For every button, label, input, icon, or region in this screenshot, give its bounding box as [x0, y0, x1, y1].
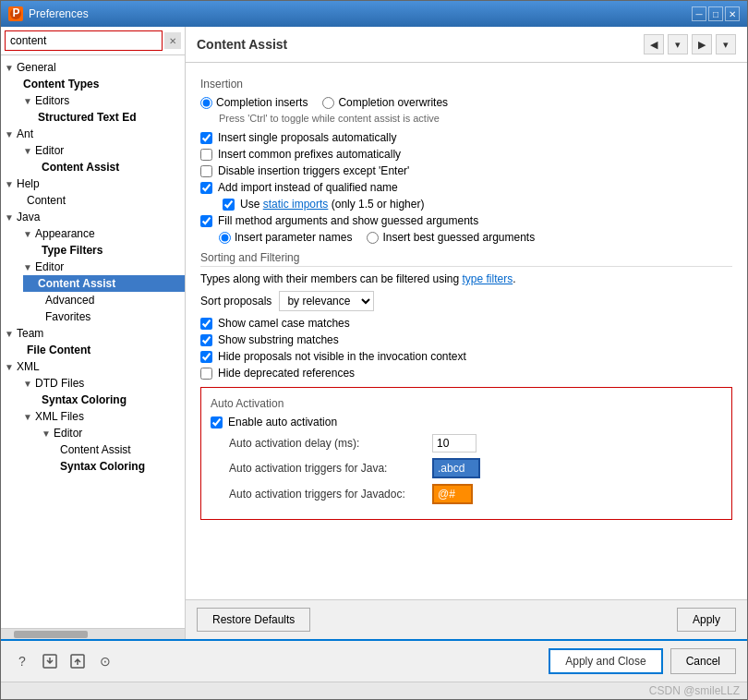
- cb-fill-method[interactable]: Fill method arguments and show guessed a…: [200, 214, 732, 227]
- sort-proposals-select[interactable]: by relevance alphabetically: [279, 291, 374, 311]
- sidebar-item-label: Ant: [17, 127, 33, 140]
- sidebar-item-type-filters[interactable]: Type Filters: [23, 242, 185, 259]
- apply-and-close-button[interactable]: Apply and Close: [549, 648, 662, 674]
- sidebar-item-java[interactable]: ▼ Java: [1, 209, 185, 225]
- cb-hide-invisible[interactable]: Hide proposals not visible in the invoca…: [200, 350, 732, 363]
- radio-overwrites-label: Completion overwrites: [338, 96, 448, 109]
- cb-enable-auto[interactable]: Enable auto activation: [211, 416, 722, 428]
- java-children: ▼ Appearance Type Filters ▼ Editor Conte…: [1, 225, 185, 325]
- xml-children: ▼ DTD Files Syntax Coloring ▼ XML Files …: [1, 375, 185, 475]
- sidebar-item-xml[interactable]: ▼ XML: [1, 358, 185, 375]
- cb-camel-case[interactable]: Show camel case matches: [200, 317, 732, 330]
- cb-single-proposals[interactable]: Insert single proposals automatically: [200, 131, 732, 144]
- nav-back-button[interactable]: ◀: [644, 34, 664, 54]
- cb-hide-deprecated[interactable]: Hide deprecated references: [200, 367, 732, 380]
- cb-substring[interactable]: Show substring matches: [200, 333, 732, 346]
- bottom-bar: Restore Defaults Apply: [186, 599, 747, 639]
- nav-fwd-button[interactable]: ▶: [692, 34, 712, 54]
- sidebar-item-content-types[interactable]: Content Types: [12, 76, 185, 92]
- cb-disable-triggers[interactable]: Disable insertion triggers except 'Enter…: [200, 164, 732, 177]
- sidebar-item-java-editor[interactable]: ▼ Editor: [12, 259, 185, 275]
- sidebar-scrollbar[interactable]: [1, 628, 185, 639]
- cb-hide-invisible-input[interactable]: [200, 351, 212, 363]
- cb-hide-invisible-label: Hide proposals not visible in the invoca…: [218, 350, 466, 363]
- sidebar-item-java-content-assist[interactable]: Content Assist: [23, 275, 185, 292]
- sidebar-item-xml-files[interactable]: ▼ XML Files: [12, 408, 185, 425]
- expand-arrow: ▼: [5, 179, 14, 189]
- sidebar-item-help-content[interactable]: Content: [12, 192, 185, 209]
- static-imports-link[interactable]: static imports: [263, 198, 329, 211]
- java-triggers-input[interactable]: [432, 458, 480, 478]
- cb-static-input[interactable]: [223, 199, 235, 211]
- sidebar-item-ant-editor[interactable]: ▼ Editor: [12, 142, 185, 159]
- cb-import-input[interactable]: [200, 182, 212, 194]
- sidebar-item-java-appearance[interactable]: ▼ Appearance: [12, 225, 185, 242]
- radio-param-names-input[interactable]: [219, 232, 231, 244]
- svg-text:P: P: [13, 7, 20, 19]
- radio-completion-overwrites[interactable]: Completion overwrites: [322, 96, 448, 109]
- cb-auto-input[interactable]: [211, 416, 223, 428]
- expand-arrow: ▼: [5, 129, 14, 139]
- sidebar-item-xml-editor[interactable]: ▼ Editor: [23, 425, 185, 441]
- sidebar-item-file-content[interactable]: File Content: [12, 342, 185, 358]
- sidebar-item-dtd-files[interactable]: ▼ DTD Files: [12, 375, 185, 392]
- sidebar-item-dtd-syntax[interactable]: Syntax Coloring: [23, 392, 185, 408]
- sidebar-item-help[interactable]: ▼ Help: [1, 175, 185, 192]
- maximize-button[interactable]: □: [708, 6, 723, 21]
- minimize-button[interactable]: ─: [692, 6, 706, 21]
- sidebar-item-label: Java: [17, 211, 40, 223]
- cb-add-import[interactable]: Add import instead of qualified name: [200, 181, 732, 194]
- type-filters-link[interactable]: type filters: [462, 272, 513, 285]
- nav-fwd-dropdown-button[interactable]: ▾: [716, 34, 736, 54]
- cb-prefixes-input[interactable]: [200, 149, 212, 161]
- radio-completion-inserts[interactable]: Completion inserts: [200, 96, 308, 109]
- main-content: ✕ ▼ General Content Types ▼ Editors Stru…: [1, 27, 747, 639]
- delay-input[interactable]: [432, 434, 477, 453]
- sidebar-item-xml-content-assist[interactable]: Content Assist: [34, 441, 185, 458]
- nav-dropdown-button[interactable]: ▾: [668, 34, 688, 54]
- apply-button[interactable]: Apply: [677, 608, 736, 632]
- sidebar-item-team[interactable]: ▼ Team: [1, 325, 185, 342]
- scrollbar-thumb: [14, 631, 88, 638]
- cb-triggers-input[interactable]: [200, 165, 212, 177]
- export-icon-button[interactable]: [40, 651, 60, 671]
- close-button[interactable]: ✕: [725, 6, 740, 21]
- cb-single-label: Insert single proposals automatically: [218, 131, 396, 144]
- restore-defaults-button[interactable]: Restore Defaults: [197, 608, 310, 632]
- sidebar-tree: ▼ General Content Types ▼ Editors Struct…: [1, 55, 185, 628]
- xml-files-children: ▼ Editor Content Assist Syntax Coloring: [12, 425, 185, 475]
- cancel-button[interactable]: Cancel: [670, 648, 736, 674]
- settings-icon-button[interactable]: ⊙: [95, 651, 115, 671]
- search-input[interactable]: [5, 30, 163, 51]
- sidebar-item-editors[interactable]: ▼ Editors: [12, 92, 185, 109]
- radio-overwrites-input[interactable]: [322, 97, 334, 109]
- search-clear-button[interactable]: ✕: [164, 32, 181, 49]
- cb-substring-input[interactable]: [200, 334, 212, 346]
- cb-static-imports[interactable]: Use static imports (only 1.5 or higher): [223, 198, 732, 211]
- panel-body: Insertion Completion inserts Completion …: [186, 63, 747, 599]
- cb-camel-input[interactable]: [200, 318, 212, 330]
- radio-param-names[interactable]: Insert parameter names: [219, 231, 352, 244]
- sidebar-item-structured-text[interactable]: Structured Text Ed: [23, 109, 185, 126]
- import-icon-button[interactable]: [67, 651, 88, 671]
- cb-fill-input[interactable]: [200, 215, 212, 227]
- sidebar-item-general[interactable]: ▼ General: [1, 59, 185, 76]
- radio-best-guess-input[interactable]: [367, 232, 379, 244]
- cb-single-input[interactable]: [200, 132, 212, 144]
- sidebar-item-ant-content-assist[interactable]: Content Assist: [23, 159, 185, 175]
- sidebar-item-advanced[interactable]: Advanced: [23, 292, 185, 308]
- cb-common-prefixes[interactable]: Insert common prefixes automatically: [200, 148, 732, 161]
- xml-editor-children: Content Assist Syntax Coloring: [23, 441, 185, 475]
- sidebar-item-ant[interactable]: ▼ Ant: [1, 126, 185, 142]
- expand-arrow: ▼: [5, 212, 14, 223]
- sidebar-item-xml-syntax[interactable]: Syntax Coloring: [34, 458, 185, 475]
- sidebar-item-label: Team: [17, 327, 43, 340]
- sidebar-item-favorites[interactable]: Favorites: [23, 308, 185, 325]
- javadoc-triggers-input[interactable]: [432, 484, 473, 504]
- radio-best-guess[interactable]: Insert best guessed arguments: [367, 231, 535, 244]
- footer-icons: ? ⊙: [12, 651, 115, 671]
- help-icon-button[interactable]: ?: [12, 651, 32, 671]
- radio-inserts-input[interactable]: [200, 97, 212, 109]
- team-children: File Content: [1, 342, 185, 358]
- cb-hide-deprecated-input[interactable]: [200, 368, 212, 380]
